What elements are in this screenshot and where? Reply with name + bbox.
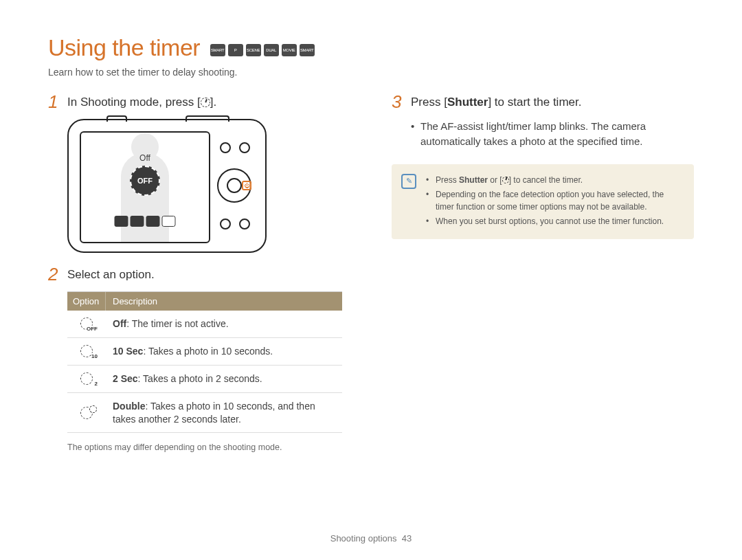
strip-cell-icon bbox=[115, 216, 128, 227]
table-footnote: The options may differ depending on the … bbox=[67, 443, 350, 452]
mode-icon: DUAL bbox=[264, 44, 279, 56]
camera-button-icon bbox=[239, 142, 250, 153]
camera-button-icon bbox=[220, 142, 231, 153]
page-title: Using the timer bbox=[48, 34, 200, 61]
icon-sub: 2 bbox=[95, 381, 98, 387]
option-desc: : Takes a photo in 2 seconds. bbox=[138, 373, 262, 384]
option-name: 10 Sec bbox=[113, 346, 143, 357]
option-name: Off bbox=[113, 318, 126, 329]
camera-illustration: Off OFF ⏻ bbox=[67, 119, 267, 253]
strip-cell-icon bbox=[131, 216, 144, 227]
option-name: 2 Sec bbox=[113, 373, 138, 384]
list-item: • When you set burst options, you cannot… bbox=[426, 215, 683, 227]
footer-page: 43 bbox=[402, 533, 412, 544]
shutter-label: Shutter bbox=[447, 96, 488, 109]
note-text: or [ bbox=[488, 175, 502, 185]
step-number: 1 bbox=[48, 93, 60, 111]
screen-label: Off bbox=[139, 153, 150, 163]
option-name: Double bbox=[113, 401, 145, 412]
camera-button-icon bbox=[239, 219, 250, 229]
timer-icon bbox=[201, 98, 210, 107]
mode-icon: P bbox=[228, 44, 243, 56]
step-text: ] to start the timer. bbox=[488, 96, 581, 109]
note-text: ] to cancel the timer. bbox=[509, 175, 583, 185]
dpad-icon: ⏻ bbox=[217, 168, 251, 203]
step-3-text: Press [Shutter] to start the timer. bbox=[411, 93, 581, 111]
camera-screen: Off OFF bbox=[80, 131, 210, 243]
icon-sub: OFF bbox=[87, 326, 98, 332]
step-3-bullets: • The AF-assist light/timer lamp blinks.… bbox=[411, 119, 694, 149]
mode-icon: SMART bbox=[210, 44, 225, 56]
options-table: Option Description OFF Off: The timer is… bbox=[67, 291, 342, 433]
bullet-icon: • bbox=[426, 174, 430, 186]
timer-10s-icon: 10 bbox=[80, 345, 93, 357]
option-desc: : Takes a photo in 10 seconds. bbox=[143, 346, 273, 357]
camera-button-icon bbox=[220, 219, 231, 229]
mode-icon-strip: SMART P SCENE DUAL MOVIE SMART bbox=[210, 44, 315, 56]
list-item: • Depending on the face detection option… bbox=[426, 188, 683, 213]
step-text: Press [ bbox=[411, 96, 447, 109]
shutter-label: Shutter bbox=[459, 175, 488, 185]
option-desc: : The timer is not active. bbox=[126, 318, 228, 329]
footer-section: Shooting options bbox=[330, 533, 397, 544]
step-2-text: Select an option. bbox=[67, 265, 155, 283]
page-subtitle: Learn how to set the timer to delay shoo… bbox=[48, 67, 694, 78]
timer-icon bbox=[502, 177, 509, 183]
dpad-right-highlight-icon: ⏻ bbox=[242, 181, 251, 190]
timer-off-icon: OFF bbox=[80, 317, 93, 330]
note-text: Depending on the face detection option y… bbox=[436, 188, 683, 213]
step-text: In Shooting mode, press [ bbox=[67, 96, 201, 109]
th-description: Description bbox=[106, 292, 342, 311]
list-item: • Press Shutter or [] to cancel the time… bbox=[426, 174, 683, 186]
icon-sub: 10 bbox=[91, 353, 98, 359]
list-item: • The AF-assist light/timer lamp blinks.… bbox=[411, 119, 694, 149]
table-row: OFF Off: The timer is not active. bbox=[67, 311, 342, 338]
mode-icon: MOVIE bbox=[282, 44, 297, 56]
timer-off-badge-icon: OFF bbox=[130, 166, 160, 196]
note-text: When you set burst options, you cannot u… bbox=[436, 215, 664, 227]
table-header: Option Description bbox=[67, 292, 342, 311]
mode-icon: SMART bbox=[300, 44, 315, 56]
page-footer: Shooting options 43 bbox=[0, 533, 742, 544]
strip-cell-icon bbox=[162, 216, 176, 227]
step-number: 2 bbox=[48, 265, 60, 283]
table-row: 10 10 Sec: Takes a photo in 10 seconds. bbox=[67, 338, 342, 366]
timer-2s-icon: 2 bbox=[80, 372, 93, 385]
strip-cell-icon bbox=[146, 216, 160, 227]
table-row: 2 2 Sec: Takes a photo in 2 seconds. bbox=[67, 366, 342, 393]
mode-icon: SCENE bbox=[246, 44, 261, 56]
bullet-text: The AF-assist light/timer lamp blinks. T… bbox=[420, 119, 694, 149]
step-text: ]. bbox=[210, 96, 216, 109]
option-strip bbox=[115, 216, 176, 227]
note-text: Press bbox=[436, 175, 459, 185]
step-1-text: In Shooting mode, press []. bbox=[67, 93, 216, 111]
th-option: Option bbox=[67, 292, 106, 311]
timer-double-icon bbox=[80, 407, 93, 419]
note-box: ✎ • Press Shutter or [] to cancel the ti… bbox=[392, 164, 694, 239]
step-number: 3 bbox=[392, 93, 404, 111]
bullet-icon: • bbox=[411, 119, 415, 149]
note-icon: ✎ bbox=[401, 174, 416, 189]
bullet-icon: • bbox=[426, 188, 430, 213]
table-row: Double: Takes a photo in 10 seconds, and… bbox=[67, 393, 342, 434]
bullet-icon: • bbox=[426, 215, 430, 227]
